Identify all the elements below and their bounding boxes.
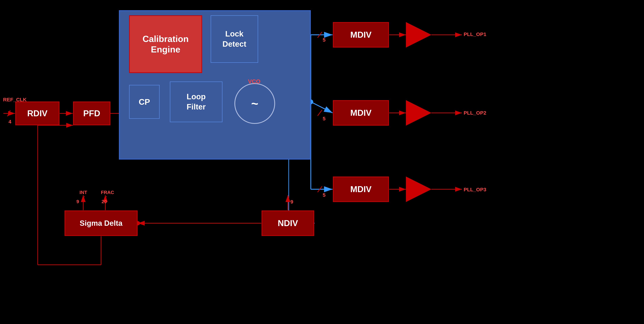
frac-label: FRAC — [101, 190, 114, 195]
svg-line-18 — [318, 186, 322, 192]
ndiv-label: NDIV — [278, 218, 298, 228]
bus-9-ndiv-label: 9 — [290, 199, 293, 205]
pfd-block: PFD — [73, 101, 110, 125]
sigma-delta-label: Sigma Delta — [80, 219, 122, 227]
loop-filter-label: LoopFilter — [187, 92, 206, 112]
ndiv-block: NDIV — [262, 210, 314, 236]
output-triangle-2 — [406, 100, 431, 126]
rdiv-block: RDIV — [15, 101, 60, 125]
int-label: INT — [80, 190, 87, 195]
bus-5-3-label: 5 — [323, 192, 326, 198]
bus-4-label: 4 — [8, 119, 12, 125]
mdiv1-label: MDIV — [350, 30, 372, 40]
bus-5-2-label: 5 — [323, 116, 326, 121]
svg-line-13 — [311, 102, 332, 113]
cp-label: CP — [139, 97, 150, 107]
svg-line-16 — [318, 32, 322, 38]
output-triangle-1 — [406, 22, 431, 47]
vco-label: VCO — [248, 78, 260, 85]
bus-5-1-label: 5 — [323, 37, 326, 43]
svg-line-36 — [82, 196, 84, 200]
lock-detect-label: LockDetect — [222, 29, 246, 49]
output-triangle-3 — [406, 177, 431, 202]
mdiv2-label: MDIV — [350, 108, 372, 118]
mdiv1-block: MDIV — [333, 22, 389, 47]
bus-9-int-label: 9 — [76, 199, 79, 204]
bus-20-frac-label: 20 — [102, 199, 107, 204]
mdiv3-block: MDIV — [333, 177, 389, 202]
cp-block: CP — [129, 85, 160, 119]
vco-block: ~ — [234, 83, 275, 124]
calibration-engine-label: CalibrationEngine — [142, 34, 189, 55]
mdiv3-label: MDIV — [350, 184, 372, 194]
pll-op3-label: PLL_OP3 — [464, 187, 486, 192]
loop-filter-block: LoopFilter — [170, 81, 222, 122]
svg-line-40 — [286, 196, 289, 200]
svg-line-4 — [8, 110, 10, 116]
lock-detect-block: LockDetect — [210, 15, 258, 63]
mdiv2-block: MDIV — [333, 100, 389, 126]
rdiv-label: RDIV — [27, 108, 48, 118]
vco-tilde: ~ — [251, 97, 258, 110]
connection-lines — [0, 0, 644, 324]
calibration-engine-block: CalibrationEngine — [129, 15, 202, 73]
svg-line-17 — [318, 110, 322, 116]
sigma-delta-block: Sigma Delta — [64, 210, 138, 236]
pll-op1-label: PLL_OP1 — [464, 31, 486, 37]
pfd-label: PFD — [83, 108, 100, 118]
ref-clk-label: REF_CLK — [3, 97, 26, 102]
pll-diagram: CalibrationEngine LockDetect CP LoopFilt… — [0, 0, 644, 324]
pll-op2-label: PLL_OP2 — [464, 110, 486, 116]
